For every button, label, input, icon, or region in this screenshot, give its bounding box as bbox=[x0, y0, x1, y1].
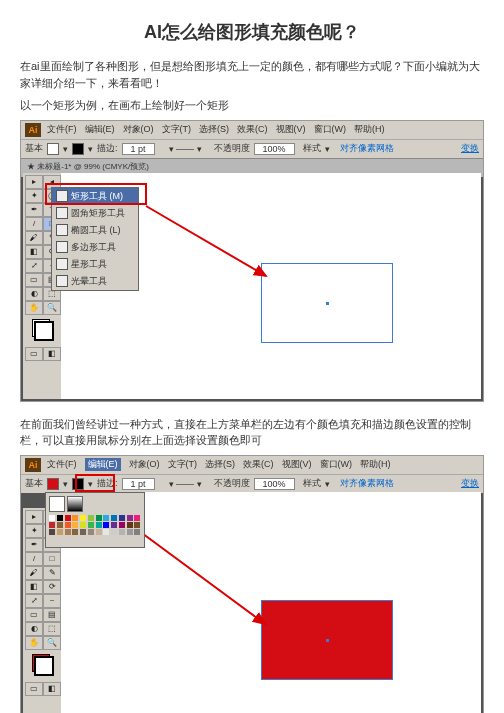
eyedropper-tool[interactable]: ◐ bbox=[25, 287, 43, 301]
transform-link[interactable]: 变换 bbox=[461, 477, 479, 490]
menu-edit[interactable]: 编辑(E) bbox=[85, 458, 121, 471]
flyout-polygon[interactable]: 多边形工具 bbox=[52, 239, 138, 256]
swatch[interactable] bbox=[72, 529, 78, 535]
menu-view[interactable]: 视图(V) bbox=[282, 458, 312, 471]
menu-file[interactable]: 文件(F) bbox=[47, 458, 77, 471]
selection-tool[interactable]: ▸ bbox=[25, 175, 43, 189]
color-mode[interactable]: ◧ bbox=[43, 682, 61, 696]
swatch[interactable] bbox=[80, 529, 86, 535]
swatch[interactable] bbox=[57, 529, 63, 535]
swatch[interactable] bbox=[103, 522, 109, 528]
menu-help[interactable]: 帮助(H) bbox=[360, 458, 391, 471]
line-tool[interactable]: / bbox=[25, 552, 43, 566]
menu-file[interactable]: 文件(F) bbox=[47, 123, 77, 136]
swatch[interactable] bbox=[72, 515, 78, 521]
swatch-grad-icon[interactable] bbox=[67, 496, 83, 512]
opacity-value[interactable]: 100% bbox=[254, 478, 295, 490]
swatch[interactable] bbox=[119, 522, 125, 528]
swatch-grid[interactable] bbox=[49, 515, 141, 535]
menu-object[interactable]: 对象(O) bbox=[123, 123, 154, 136]
menu-type[interactable]: 文字(T) bbox=[162, 123, 192, 136]
menu-window[interactable]: 窗口(W) bbox=[320, 458, 353, 471]
menu-type[interactable]: 文字(T) bbox=[168, 458, 198, 471]
swatch[interactable] bbox=[80, 515, 86, 521]
swatch[interactable] bbox=[80, 522, 86, 528]
drawn-rectangle[interactable] bbox=[261, 263, 393, 343]
swatch[interactable] bbox=[57, 515, 63, 521]
swatch[interactable] bbox=[65, 529, 71, 535]
magic-wand-tool[interactable]: ✦ bbox=[25, 189, 43, 203]
scale-tool[interactable]: ⤢ bbox=[25, 259, 43, 273]
screen-mode[interactable]: ▭ bbox=[25, 682, 43, 696]
flyout-flare[interactable]: 光晕工具 bbox=[52, 273, 138, 290]
pencil-tool[interactable]: ✎ bbox=[43, 566, 61, 580]
swatch[interactable] bbox=[134, 529, 140, 535]
swatch[interactable] bbox=[119, 515, 125, 521]
fill-stroke-control[interactable] bbox=[25, 319, 61, 341]
swatch[interactable] bbox=[119, 529, 125, 535]
swatch[interactable] bbox=[111, 522, 117, 528]
swatch[interactable] bbox=[72, 522, 78, 528]
swatch[interactable] bbox=[111, 529, 117, 535]
swatch[interactable] bbox=[96, 522, 102, 528]
hand-tool[interactable]: ✋ bbox=[25, 301, 43, 315]
rotate-tool[interactable]: ⟳ bbox=[43, 580, 61, 594]
align-link[interactable]: 对齐像素网格 bbox=[340, 142, 394, 155]
fill-stroke-control[interactable] bbox=[25, 654, 61, 676]
swatch[interactable] bbox=[57, 522, 63, 528]
filled-rectangle[interactable] bbox=[261, 600, 393, 680]
selection-tool[interactable]: ▸ bbox=[25, 510, 43, 524]
menu-window[interactable]: 窗口(W) bbox=[314, 123, 347, 136]
fill-swatch-icon[interactable] bbox=[47, 143, 59, 155]
free-transform-tool[interactable]: ▭ bbox=[25, 608, 43, 622]
menu-edit[interactable]: 编辑(E) bbox=[85, 123, 115, 136]
scale-tool[interactable]: ⤢ bbox=[25, 594, 43, 608]
brush-tool[interactable]: 🖌 bbox=[25, 231, 43, 245]
swatch[interactable] bbox=[134, 515, 140, 521]
swatch[interactable] bbox=[127, 522, 133, 528]
swatch[interactable] bbox=[127, 529, 133, 535]
swatch[interactable] bbox=[111, 515, 117, 521]
flyout-rounded-rect[interactable]: 圆角矩形工具 bbox=[52, 205, 138, 222]
swatch[interactable] bbox=[65, 515, 71, 521]
swatch[interactable] bbox=[88, 515, 94, 521]
swatch[interactable] bbox=[96, 515, 102, 521]
free-transform-tool[interactable]: ▭ bbox=[25, 273, 43, 287]
menu-view[interactable]: 视图(V) bbox=[276, 123, 306, 136]
eraser-tool[interactable]: ◧ bbox=[25, 245, 43, 259]
opacity-value[interactable]: 100% bbox=[254, 143, 295, 155]
eyedropper-tool[interactable]: ◐ bbox=[25, 622, 43, 636]
swatch-none-icon[interactable] bbox=[49, 496, 65, 512]
color-mode[interactable]: ◧ bbox=[43, 347, 61, 361]
line-tool[interactable]: / bbox=[25, 217, 43, 231]
swatch[interactable] bbox=[88, 522, 94, 528]
pen-tool[interactable]: ✒ bbox=[25, 538, 43, 552]
menu-object[interactable]: 对象(O) bbox=[129, 458, 160, 471]
zoom-tool[interactable]: 🔍 bbox=[43, 636, 61, 650]
menu-help[interactable]: 帮助(H) bbox=[354, 123, 385, 136]
flyout-star[interactable]: 星形工具 bbox=[52, 256, 138, 273]
magic-wand-tool[interactable]: ✦ bbox=[25, 524, 43, 538]
blend-tool[interactable]: ⬚ bbox=[43, 622, 61, 636]
transform-link[interactable]: 变换 bbox=[461, 142, 479, 155]
screen-mode[interactable]: ▭ bbox=[25, 347, 43, 361]
hand-tool[interactable]: ✋ bbox=[25, 636, 43, 650]
menu-select[interactable]: 选择(S) bbox=[199, 123, 229, 136]
menu-effect[interactable]: 效果(C) bbox=[243, 458, 274, 471]
stroke-weight[interactable]: 1 pt bbox=[122, 478, 155, 490]
swatch[interactable] bbox=[49, 522, 55, 528]
swatch[interactable] bbox=[127, 515, 133, 521]
gradient-tool[interactable]: ▤ bbox=[43, 608, 61, 622]
swatch[interactable] bbox=[103, 515, 109, 521]
pen-tool[interactable]: ✒ bbox=[25, 203, 43, 217]
swatch[interactable] bbox=[88, 529, 94, 535]
stroke-weight[interactable]: 1 pt bbox=[122, 143, 155, 155]
menu-select[interactable]: 选择(S) bbox=[205, 458, 235, 471]
menu-effect[interactable]: 效果(C) bbox=[237, 123, 268, 136]
swatch[interactable] bbox=[65, 522, 71, 528]
eraser-tool[interactable]: ◧ bbox=[25, 580, 43, 594]
align-link[interactable]: 对齐像素网格 bbox=[340, 477, 394, 490]
zoom-tool[interactable]: 🔍 bbox=[43, 301, 61, 315]
swatch[interactable] bbox=[134, 522, 140, 528]
stroke-swatch-icon[interactable] bbox=[72, 143, 84, 155]
